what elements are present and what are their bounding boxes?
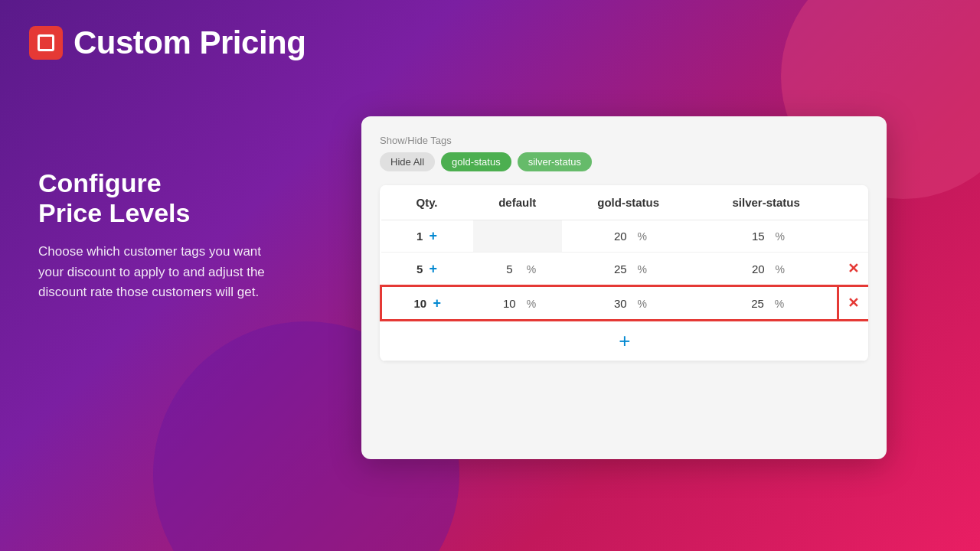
qty-plus-button[interactable]: +	[433, 295, 442, 311]
delete-row-button[interactable]: ✕	[848, 260, 859, 277]
table-row: 1 + 20 % 15 %	[381, 220, 869, 253]
default-value-cell	[473, 220, 563, 253]
table-row: 5 + 5 % 25 % 20 %	[381, 253, 869, 286]
col-header-delete	[838, 185, 868, 220]
header: Custom Pricing	[29, 24, 305, 61]
gold-value-cell: 25 %	[562, 253, 694, 286]
qty-plus-button[interactable]: +	[430, 261, 438, 276]
qty-cell: 10 +	[381, 286, 473, 321]
qty-cell: 5 +	[381, 253, 473, 286]
silver-value-cell: 15 %	[694, 220, 838, 253]
silver-value-cell: 25 %	[694, 286, 838, 321]
pricing-table: Qty. default gold-status silver-status 1…	[380, 185, 868, 361]
delete-cell-empty	[838, 220, 868, 253]
col-header-default: default	[473, 185, 563, 220]
gold-value-cell: 20 %	[562, 220, 694, 253]
pricing-panel: Show/Hide Tags Hide All gold-status silv…	[361, 116, 887, 459]
add-row-cell: +	[381, 321, 869, 361]
delete-cell: ✕	[838, 253, 868, 286]
col-header-silver: silver-status	[694, 185, 838, 220]
table-header-row: Qty. default gold-status silver-status	[381, 185, 869, 220]
logo-icon	[29, 26, 63, 60]
default-value-cell: 10 %	[473, 286, 563, 321]
tags-label: Show/Hide Tags	[380, 135, 868, 146]
gold-value-cell: 30 %	[562, 286, 694, 321]
col-header-qty: Qty.	[381, 185, 473, 220]
col-header-gold: gold-status	[562, 185, 694, 220]
qty-cell: 1 +	[381, 220, 473, 253]
pricing-table-wrapper: Qty. default gold-status silver-status 1…	[380, 185, 868, 361]
page-title: Custom Pricing	[74, 24, 305, 61]
gold-status-tag[interactable]: gold-status	[441, 152, 511, 171]
configure-description: Choose which customer tags you want your…	[38, 242, 276, 302]
left-content: Configure Price Levels Choose which cust…	[38, 168, 276, 302]
silver-status-tag[interactable]: silver-status	[518, 152, 592, 171]
add-row: +	[381, 321, 869, 361]
tags-row: Hide All gold-status silver-status	[380, 152, 868, 171]
table-row-highlighted: 10 + 10 % 30 % 25 %	[381, 286, 869, 321]
qty-plus-button[interactable]: +	[430, 228, 438, 243]
delete-cell: ✕	[838, 286, 868, 321]
silver-value-cell: 20 %	[694, 253, 838, 286]
default-value-cell: 5 %	[473, 253, 563, 286]
hide-all-button[interactable]: Hide All	[380, 152, 435, 171]
tags-section: Show/Hide Tags Hide All gold-status silv…	[380, 135, 868, 171]
logo-inner-icon	[38, 34, 54, 51]
configure-title: Configure Price Levels	[38, 168, 276, 228]
add-row-button[interactable]: +	[619, 329, 630, 353]
delete-row-button[interactable]: ✕	[848, 295, 859, 311]
